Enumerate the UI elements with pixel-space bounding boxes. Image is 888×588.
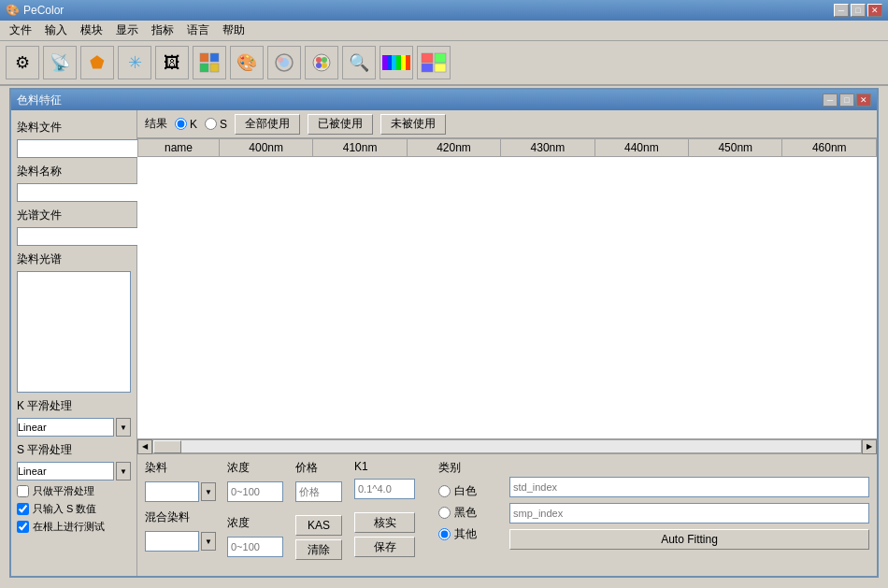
col-440nm: 440nm	[594, 139, 688, 157]
radio-s[interactable]	[205, 118, 217, 130]
menu-input[interactable]: 输入	[39, 21, 73, 40]
svg-rect-13	[387, 55, 392, 70]
settings-icon[interactable]: ⚙	[6, 46, 39, 79]
menu-module[interactable]: 模块	[75, 21, 108, 40]
other-cat-radio[interactable]	[438, 528, 451, 540]
scroll-thumb[interactable]	[153, 440, 181, 453]
black-cat-radio[interactable]	[438, 507, 451, 519]
color-palette-icon[interactable]	[305, 46, 338, 79]
save-button[interactable]: 保存	[354, 537, 415, 557]
spectra-file-label: 光谱文件	[17, 208, 131, 223]
menu-indicator[interactable]: 指标	[146, 21, 179, 40]
use-all-button[interactable]: 全部使用	[235, 114, 300, 135]
radio-k-item: K	[175, 118, 197, 131]
svg-point-10	[316, 63, 322, 68]
sun-icon[interactable]: ✳	[118, 46, 151, 79]
smooth-only-checkbox[interactable]	[17, 485, 29, 497]
horizontal-scrollbar[interactable]: ◀ ▶	[137, 439, 877, 454]
table-container[interactable]: name 400nm 410nm 420nm 430nm 440nm 450nm…	[137, 138, 877, 439]
svg-point-6	[278, 57, 283, 63]
svg-rect-19	[435, 53, 446, 63]
radio-s-label: S	[220, 118, 227, 131]
dye-file-input[interactable]	[17, 139, 151, 158]
svg-point-8	[316, 57, 322, 63]
svg-rect-15	[396, 55, 401, 70]
filter-icon[interactable]	[267, 46, 301, 79]
verify-button[interactable]: 核实	[354, 512, 415, 533]
used-button[interactable]: 已被使用	[308, 114, 373, 135]
s-smooth-arrow[interactable]: ▼	[116, 462, 131, 480]
menu-file[interactable]: 文件	[4, 21, 37, 40]
grid-icon[interactable]	[193, 46, 226, 79]
dialog-minimize-button[interactable]: ─	[823, 93, 838, 107]
app-icon: 🎨	[6, 4, 20, 17]
color-squares-icon[interactable]	[417, 46, 451, 79]
spectra-file-row: ▼	[17, 227, 131, 246]
mixed-dye-dropdown[interactable]: ▼	[201, 532, 216, 551]
maximize-button[interactable]: □	[851, 4, 866, 17]
dye-name-label: 染料名称	[17, 164, 131, 179]
dye-spectra-textarea[interactable]	[17, 271, 131, 393]
conc-input[interactable]	[227, 481, 283, 502]
col-410nm: 410nm	[313, 139, 407, 157]
svg-rect-12	[382, 55, 387, 70]
k-smooth-arrow[interactable]: ▼	[116, 418, 131, 437]
dye-name-input[interactable]	[17, 183, 151, 202]
spectra-file-input[interactable]	[17, 227, 151, 246]
table-header-row: name 400nm 410nm 420nm 430nm 440nm 450nm…	[138, 139, 877, 157]
s-smooth-row: Linear Cubic ▼	[17, 462, 131, 480]
checkbox-s-value-row: 只输入 S 数值	[17, 502, 131, 516]
k-smooth-select[interactable]: Linear Cubic	[17, 418, 114, 437]
dye-bottom-input[interactable]	[145, 481, 199, 502]
svg-rect-16	[401, 55, 406, 70]
search-icon[interactable]: 🔍	[342, 46, 376, 79]
auto-fitting-button[interactable]: Auto Fitting	[509, 529, 869, 550]
price-input[interactable]	[295, 481, 342, 502]
s-smooth-select[interactable]: Linear Cubic	[17, 462, 114, 480]
scroll-right-arrow[interactable]: ▶	[862, 439, 877, 454]
radio-k[interactable]	[175, 118, 187, 130]
root-test-checkbox[interactable]	[17, 521, 29, 533]
s-smooth-label: S 平滑处理	[17, 442, 131, 458]
dye-bottom-dropdown[interactable]: ▼	[201, 482, 216, 501]
clear-button[interactable]: 清除	[295, 539, 342, 560]
dialog-title-controls: ─ □ ✕	[823, 93, 871, 107]
scroll-track[interactable]	[152, 439, 862, 453]
kas-button[interactable]: KAS	[295, 515, 342, 536]
unused-button[interactable]: 未被使用	[380, 114, 446, 135]
toolbar: ⚙ 📡 ⬟ ✳ 🖼 🎨 🔍	[0, 41, 888, 86]
dialog-maximize-button[interactable]: □	[839, 93, 854, 107]
std-index-input[interactable]	[509, 477, 869, 497]
svg-point-9	[322, 57, 327, 63]
image-icon[interactable]: 🖼	[155, 46, 189, 79]
remote-icon[interactable]: 📡	[43, 46, 77, 79]
radio-group: K S	[175, 118, 227, 131]
col-420nm: 420nm	[407, 139, 500, 157]
mixed-dye-input[interactable]	[145, 531, 199, 552]
dye-col-header: 染料	[145, 460, 220, 476]
white-cat-radio[interactable]	[438, 485, 451, 497]
s-value-label: 只输入 S 数值	[33, 502, 96, 516]
results-label: 结果	[145, 116, 167, 132]
title-bar-controls: ─ □ ✕	[834, 4, 882, 17]
spectrum-bar-icon[interactable]	[380, 46, 413, 79]
dye-bottom-row: ▼	[145, 481, 220, 502]
svg-rect-1	[210, 53, 219, 62]
smp-index-input[interactable]	[509, 503, 869, 523]
palette-circle-icon[interactable]: 🎨	[230, 46, 264, 79]
svg-rect-0	[200, 53, 208, 62]
close-button[interactable]: ✕	[867, 4, 882, 17]
menu-help[interactable]: 帮助	[217, 21, 251, 40]
left-panel: 染料文件 ▼ 染料名称 ▼ 光谱文件 ▼ 染料光谱 K 平滑处理	[11, 110, 137, 576]
k1-input[interactable]	[354, 479, 415, 499]
minimize-button[interactable]: ─	[834, 4, 849, 17]
dialog-close-button[interactable]: ✕	[856, 93, 871, 107]
folder-icon[interactable]: ⬟	[80, 46, 114, 79]
s-value-checkbox[interactable]	[17, 503, 29, 515]
smooth-only-label: 只做平滑处理	[33, 484, 94, 498]
menu-language[interactable]: 语言	[181, 21, 215, 40]
white-cat-row: 白色	[438, 483, 502, 499]
menu-display[interactable]: 显示	[110, 21, 144, 40]
scroll-left-arrow[interactable]: ◀	[137, 439, 152, 454]
conc2-input[interactable]	[227, 537, 283, 557]
